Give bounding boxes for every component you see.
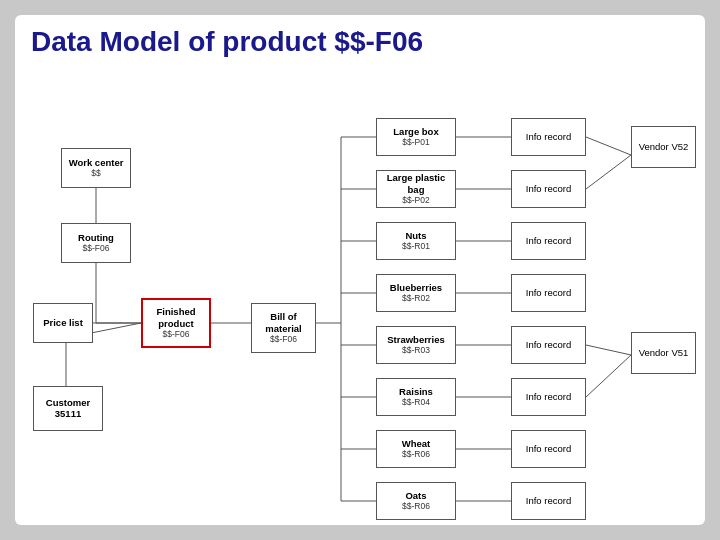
oats-code: $$-R06	[402, 501, 430, 511]
large-plastic-bag-box: Large plastic bag $$-P02	[376, 170, 456, 208]
info-record-6-label: Info record	[526, 391, 571, 402]
finished-product-code: $$-F06	[163, 329, 190, 339]
large-plastic-bag-code: $$-P02	[402, 195, 429, 205]
finished-product-box: Finished product $$-F06	[141, 298, 211, 348]
info-record-7: Info record	[511, 430, 586, 468]
diagram: Work center $$ Routing $$-F06 Price list…	[31, 68, 689, 508]
info-record-3-label: Info record	[526, 235, 571, 246]
info-record-2-label: Info record	[526, 183, 571, 194]
raisins-code: $$-R04	[402, 397, 430, 407]
work-center-label: Work center	[69, 157, 124, 168]
info-record-3: Info record	[511, 222, 586, 260]
info-record-4-label: Info record	[526, 287, 571, 298]
bom-label: Bill of material	[252, 311, 315, 334]
info-record-1-label: Info record	[526, 131, 571, 142]
info-record-6: Info record	[511, 378, 586, 416]
raisins-label: Raisins	[399, 386, 433, 397]
oats-label: Oats	[405, 490, 426, 501]
routing-box: Routing $$-F06	[61, 223, 131, 263]
slide: Data Model of product $$-F06	[15, 15, 705, 525]
connector-lines	[31, 68, 689, 508]
customer-box: Customer 35111	[33, 386, 103, 431]
finished-product-label: Finished product	[143, 306, 209, 329]
wheat-box: Wheat $$-R06	[376, 430, 456, 468]
wheat-label: Wheat	[402, 438, 431, 449]
routing-label: Routing	[78, 232, 114, 243]
blueberries-code: $$-R02	[402, 293, 430, 303]
customer-label: Customer 35111	[34, 397, 102, 420]
info-record-8: Info record	[511, 482, 586, 520]
wheat-code: $$-R06	[402, 449, 430, 459]
info-record-5: Info record	[511, 326, 586, 364]
vendor-v52-box: Vendor V52	[631, 126, 696, 168]
info-record-8-label: Info record	[526, 495, 571, 506]
routing-code: $$-F06	[83, 243, 110, 253]
vendor-v51-label: Vendor V51	[639, 347, 689, 359]
bill-of-material-box: Bill of material $$-F06	[251, 303, 316, 353]
info-record-4: Info record	[511, 274, 586, 312]
large-box: Large box $$-P01	[376, 118, 456, 156]
bom-code: $$-F06	[270, 334, 297, 344]
svg-line-26	[586, 155, 631, 189]
vendor-v52-label: Vendor V52	[639, 141, 689, 153]
work-center-box: Work center $$	[61, 148, 131, 188]
info-record-1: Info record	[511, 118, 586, 156]
large-box-label: Large box	[393, 126, 438, 137]
vendor-v51-box: Vendor V51	[631, 332, 696, 374]
strawberries-code: $$-R03	[402, 345, 430, 355]
blueberries-label: Blueberries	[390, 282, 442, 293]
info-record-7-label: Info record	[526, 443, 571, 454]
oats-box: Oats $$-R06	[376, 482, 456, 520]
large-plastic-bag-label: Large plastic bag	[377, 172, 455, 195]
info-record-5-label: Info record	[526, 339, 571, 350]
svg-line-25	[586, 137, 631, 155]
svg-line-27	[586, 345, 631, 355]
strawberries-box: Strawberries $$-R03	[376, 326, 456, 364]
price-list-box: Price list	[33, 303, 93, 343]
svg-line-28	[586, 355, 631, 397]
nuts-box: Nuts $$-R01	[376, 222, 456, 260]
large-box-code: $$-P01	[402, 137, 429, 147]
blueberries-box: Blueberries $$-R02	[376, 274, 456, 312]
raisins-box: Raisins $$-R04	[376, 378, 456, 416]
nuts-label: Nuts	[405, 230, 426, 241]
work-center-code: $$	[91, 168, 100, 178]
strawberries-label: Strawberries	[387, 334, 445, 345]
price-list-label: Price list	[43, 317, 83, 328]
info-record-2: Info record	[511, 170, 586, 208]
nuts-code: $$-R01	[402, 241, 430, 251]
slide-title: Data Model of product $$-F06	[31, 27, 689, 58]
